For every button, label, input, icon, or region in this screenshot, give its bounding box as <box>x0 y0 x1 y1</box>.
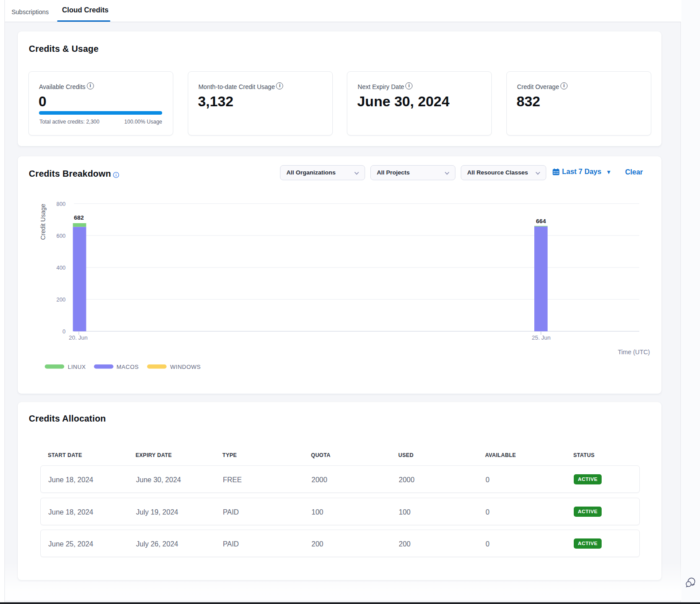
svg-text:Time (UTC): Time (UTC) <box>618 348 650 356</box>
svg-text:682: 682 <box>74 214 84 221</box>
svg-text:25. Jun: 25. Jun <box>532 334 551 341</box>
svg-text:800: 800 <box>56 201 66 207</box>
svg-text:20. Jun: 20. Jun <box>69 334 88 341</box>
svg-text:Credit Usage: Credit Usage <box>39 204 47 240</box>
svg-text:200: 200 <box>56 297 66 303</box>
svg-text:0: 0 <box>62 329 66 335</box>
svg-text:WINDOWS: WINDOWS <box>170 364 201 370</box>
svg-text:400: 400 <box>56 265 66 271</box>
svg-text:MACOS: MACOS <box>117 364 139 370</box>
svg-text:664: 664 <box>536 218 546 225</box>
svg-text:LINUX: LINUX <box>68 364 86 370</box>
svg-text:600: 600 <box>56 233 66 239</box>
